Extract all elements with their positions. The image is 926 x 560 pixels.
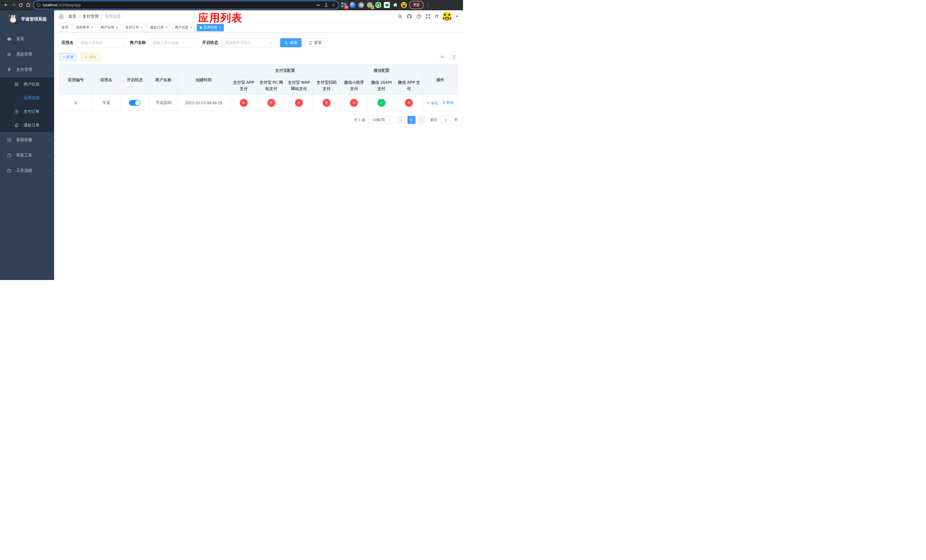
status-switch[interactable]: [129, 100, 141, 106]
alipay-pc-status-icon: ✕: [267, 99, 275, 107]
merchant-name-input[interactable]: [149, 38, 197, 47]
current-page[interactable]: 1: [407, 116, 415, 124]
alipay-qr-status-icon: ✕: [322, 99, 331, 107]
yen-icon: ¥: [6, 67, 12, 73]
pencil-icon: ✎: [427, 101, 430, 105]
status-select[interactable]: 请选择开启状态: [221, 38, 275, 47]
col-status: 开启状态: [120, 65, 149, 95]
gear-icon: ⚙: [6, 52, 12, 57]
browser-update-button[interactable]: 更新: [409, 1, 424, 9]
reload-icon[interactable]: [17, 2, 24, 9]
sidebar-item-payment[interactable]: ¥ 支付管理: [0, 62, 54, 77]
tab-home[interactable]: 首页: [59, 24, 71, 31]
chat-extension-icon[interactable]: [384, 2, 390, 8]
tab-pay-order[interactable]: 支付订单×: [123, 24, 145, 31]
home-icon[interactable]: [24, 2, 32, 9]
sidebar-item-workflow[interactable]: 工作流程: [0, 163, 54, 178]
url-bar[interactable]: localhost:1024/pay/app ☆: [33, 1, 338, 9]
download-icon: [85, 55, 88, 59]
search-icon: [284, 41, 288, 45]
document-icon: [14, 123, 20, 128]
prev-page-button[interactable]: [397, 116, 405, 124]
forward-icon[interactable]: [10, 2, 17, 9]
bookmark-star-icon[interactable]: ☆: [332, 3, 336, 7]
tab-process-form[interactable]: 流程表单×: [73, 24, 96, 31]
zoom-search-icon[interactable]: [439, 53, 446, 61]
breadcrumb-payment[interactable]: 支付管理: [83, 14, 98, 19]
wx-mini-status-icon: ✕: [350, 99, 358, 107]
key-icon[interactable]: [316, 3, 321, 8]
chevron-down-icon: [270, 41, 272, 44]
browser-toolbar: localhost:1024/pay/app ☆ 10 ⌘ 1 y 更新 ⋮: [0, 0, 463, 10]
sidebar-item-app-info[interactable]: 应用信息: [0, 91, 54, 105]
command-extension-icon[interactable]: ⌘: [358, 2, 364, 8]
balloon-extension-icon[interactable]: [350, 2, 356, 8]
help-icon[interactable]: [416, 14, 421, 19]
sidebar-item-infrastructure[interactable]: 基础设施: [0, 132, 54, 148]
edit-link[interactable]: ✎修改: [427, 101, 438, 106]
y-extension-icon[interactable]: y: [375, 2, 381, 8]
sidebar-item-dev-tools[interactable]: 研发工具: [0, 148, 54, 163]
github-icon[interactable]: [407, 14, 412, 19]
url-text[interactable]: localhost:1024/pay/app: [43, 3, 313, 7]
sidebar-item-label: 工作流程: [16, 168, 42, 173]
page-content: 应用名 商户名称 开启状态 请选择开启状态 搜索 重置: [54, 32, 463, 280]
refresh-table-icon[interactable]: [450, 53, 458, 61]
font-size-icon[interactable]: TT: [435, 14, 439, 19]
avatar-dropdown-caret-icon[interactable]: [455, 16, 458, 17]
cell-app-name: 芋道: [92, 95, 120, 111]
col-wx-jsapi: 微信 JSAPI 支付: [368, 76, 395, 95]
recorder-extension-icon[interactable]: 1: [367, 2, 373, 8]
export-button[interactable]: 导出: [81, 53, 100, 61]
close-icon[interactable]: ×: [116, 26, 118, 29]
reset-button[interactable]: 重置: [304, 38, 326, 47]
goto-label: 前往: [430, 117, 438, 123]
sidebar-item-pay-order[interactable]: ¥ 支付订单: [0, 105, 54, 118]
page-annotation-title: 应用列表: [198, 11, 243, 25]
tab-merchant-info[interactable]: 商户信息×: [172, 24, 195, 31]
user-avatar[interactable]: [443, 12, 451, 21]
collapse-sidebar-icon[interactable]: [59, 14, 64, 19]
fullscreen-icon[interactable]: [426, 14, 431, 19]
dashboard-icon: [6, 37, 12, 42]
sidebar-item-home[interactable]: 首页: [0, 31, 54, 47]
sidebar-item-label: 应用信息: [24, 95, 50, 101]
page-unit-label: 页: [454, 117, 458, 123]
breadcrumb-home[interactable]: 首页: [68, 14, 76, 19]
close-icon[interactable]: ×: [91, 26, 93, 29]
sidebar-item-system[interactable]: ⚙ 系统管理: [0, 47, 54, 62]
extension-badge: 10: [344, 5, 348, 9]
sidebar-item-label: 系统管理: [16, 52, 42, 57]
chevron-down-icon: [47, 53, 50, 56]
search-button[interactable]: 搜索: [280, 38, 301, 47]
tab-refund-order[interactable]: 退款订单×: [147, 24, 170, 31]
tab-user-group[interactable]: 用户分组×: [98, 24, 121, 31]
search-icon[interactable]: [398, 14, 402, 19]
add-button[interactable]: + 新增: [59, 53, 77, 61]
chevron-up-icon: [47, 68, 50, 71]
alipay-wap-status-icon: ✕: [295, 99, 303, 107]
info-icon[interactable]: [36, 3, 41, 7]
breadcrumb-current: 应用信息: [105, 14, 121, 19]
back-icon[interactable]: [2, 2, 10, 9]
page-size-select[interactable]: 10条/页: [368, 116, 395, 124]
share-icon[interactable]: [324, 3, 328, 8]
close-icon[interactable]: ×: [141, 26, 143, 29]
browser-menu-icon[interactable]: ⋮: [425, 3, 431, 8]
sidebar-item-refund-order[interactable]: 退款订单: [0, 118, 54, 132]
delete-link[interactable]: 删除: [442, 100, 454, 105]
app-name-input[interactable]: [77, 38, 125, 47]
next-page-button[interactable]: [418, 116, 426, 124]
close-icon[interactable]: ×: [219, 26, 221, 29]
close-icon[interactable]: ×: [190, 26, 192, 29]
sidebar-item-merchant-info[interactable]: 商户信息: [0, 77, 54, 91]
goto-page-input[interactable]: [440, 116, 452, 124]
sidebar-item-label: 退款订单: [24, 123, 50, 128]
close-icon[interactable]: ×: [165, 26, 168, 29]
table-tools: [439, 53, 458, 61]
sidebar-logo[interactable]: 芋道管理系统: [0, 10, 54, 28]
chevron-down-icon: [47, 169, 50, 173]
sketch-extension-icon[interactable]: 10: [341, 2, 347, 8]
extensions-puzzle-icon[interactable]: [392, 2, 398, 8]
emoji-extension-icon[interactable]: [401, 2, 407, 8]
